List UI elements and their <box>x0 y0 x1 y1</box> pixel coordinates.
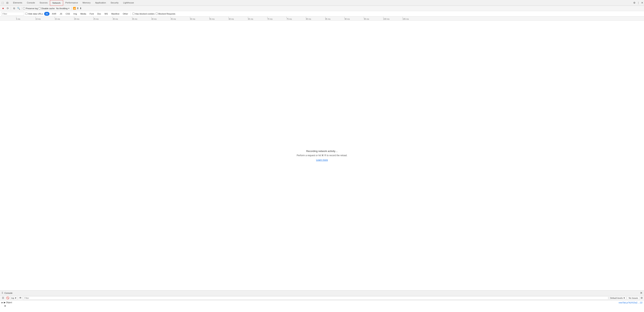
timeline-tick: 75 ms <box>286 17 292 20</box>
timeline-tick: 40 ms <box>152 17 156 20</box>
tab-right-icons: ⚙ ⋮ ✕ <box>633 1 643 4</box>
filter-other-button[interactable]: Other <box>122 12 129 16</box>
console-title: Console <box>4 292 12 294</box>
console-content: ▶ ▶ Object newTab.js?b2415a2…:22 ▶ <box>0 301 644 312</box>
console-settings-icon[interactable]: ⚙ <box>640 297 643 299</box>
timeline-tick: 20 ms <box>74 17 79 20</box>
network-toolbar: ⏺ ⟳ ⧉ 🔍 Preserve log Disable cache No th… <box>0 6 644 11</box>
timeline-tick: 60 ms <box>228 17 234 20</box>
timeline-tick: 80 ms <box>306 17 311 20</box>
tab-performance[interactable]: Performance <box>63 0 80 6</box>
upload-icon[interactable]: ⬆ <box>77 7 79 10</box>
tab-console[interactable]: Console <box>24 0 37 6</box>
hide-data-urls-checkbox[interactable] <box>25 13 28 15</box>
timeline-header: 5 ms10 ms15 ms20 ms25 ms30 ms35 ms40 ms4… <box>0 16 644 21</box>
device-toolbar-icon[interactable]: ⊟ <box>5 1 9 4</box>
wifi-icon[interactable]: 📶 <box>73 7 76 10</box>
devtools-left-icons: ⬚ ⊟ <box>1 1 9 4</box>
no-issues-button[interactable]: No Issues <box>627 296 640 300</box>
throttle-arrow-icon: ▼ <box>68 7 70 9</box>
tab-lighthouse[interactable]: Lighthouse <box>121 0 136 6</box>
close-devtools-icon[interactable]: ✕ <box>641 1 643 4</box>
record-button[interactable]: ⏺ <box>1 6 5 10</box>
timeline-tick: 105 ms <box>402 17 409 20</box>
toolbar-separator-1 <box>11 7 11 10</box>
timeline-tick: 95 ms <box>364 17 369 20</box>
download-icon[interactable]: ⬇ <box>80 7 82 10</box>
timeline-tick: 5 ms <box>16 17 20 20</box>
has-blocked-cookies-checkbox[interactable] <box>132 13 134 15</box>
console-close-button[interactable]: ✕ <box>640 292 642 295</box>
learn-more-link[interactable]: Learn more <box>316 159 328 161</box>
top-context-select[interactable]: top ▼ <box>10 296 18 300</box>
tab-security[interactable]: Security <box>108 0 121 6</box>
filter-all-button[interactable]: All <box>44 12 50 16</box>
more-icon[interactable]: ⋮ <box>637 1 640 4</box>
empty-state: Recording network activity… Perform a re… <box>297 150 347 161</box>
console-expand-row[interactable]: ▶ <box>2 304 642 307</box>
network-main-content: Recording network activity… Perform a re… <box>0 21 644 290</box>
console-filter-input[interactable] <box>23 296 608 300</box>
filter-css-button[interactable]: CSS <box>64 12 71 16</box>
timeline-tick: 70 ms <box>267 17 272 20</box>
filter-doc-button[interactable]: Doc <box>96 12 102 16</box>
timeline-tick: 65 ms <box>248 17 253 20</box>
settings-icon[interactable]: ⚙ <box>633 1 636 4</box>
blocked-requests-checkbox[interactable] <box>156 13 158 15</box>
filter-font-button[interactable]: Font <box>88 12 95 16</box>
object-label: ▶ Object <box>4 301 12 304</box>
timeline-tick: 25 ms <box>94 17 99 20</box>
default-levels-button[interactable]: Default levels ▼ <box>609 296 626 300</box>
console-sidebar-button[interactable]: ☰ <box>1 296 5 300</box>
file-reference[interactable]: newTab.js?b2415a2…:22 <box>619 302 642 304</box>
filter-manifest-button[interactable]: Manifest <box>110 12 120 16</box>
filter-media-button[interactable]: Media <box>79 12 87 16</box>
filter-icon-button[interactable]: ⧉ <box>12 6 16 10</box>
timeline-tick: 90 ms <box>344 17 350 20</box>
blocked-requests-label[interactable]: Blocked Requests <box>156 13 176 15</box>
object-arrow-icon: ▶ <box>2 302 3 304</box>
filter-img-button[interactable]: Img <box>72 12 78 16</box>
tab-network[interactable]: Network <box>50 0 63 6</box>
toolbar-separator-2 <box>22 7 22 10</box>
filter-bar: Hide data URLs All XHR JS CSS Img Media … <box>0 11 644 16</box>
disable-cache-checkbox[interactable] <box>38 7 41 9</box>
inspect-icon[interactable]: ⬚ <box>1 1 4 4</box>
tab-memory[interactable]: Memory <box>80 0 93 6</box>
timeline-tick: 35 ms <box>132 17 137 20</box>
empty-state-subtitle: Perform a request or hit ⌘ R to record t… <box>297 154 347 157</box>
disable-cache-label[interactable]: Disable cache <box>38 7 55 9</box>
preserve-log-label[interactable]: Preserve log <box>23 7 38 9</box>
devtools-tab-bar: ⬚ ⊟ Elements Console Sources Network Per… <box>0 0 644 6</box>
filter-xhr-button[interactable]: XHR <box>51 12 58 16</box>
console-drag-icon[interactable]: ⠿ <box>2 292 3 294</box>
timeline-tick: 30 ms <box>113 17 118 20</box>
throttle-select[interactable]: No throttling ▼ <box>56 7 70 9</box>
console-panel: ⠿ Console ✕ ☰ 🚫 top ▼ 👁 Default levels ▼… <box>0 290 644 312</box>
timeline-tick: 45 ms <box>170 17 176 20</box>
top-context-arrow-icon: ▼ <box>14 297 17 299</box>
timeline-tick: 15 ms <box>55 17 60 20</box>
tab-application[interactable]: Application <box>93 0 108 6</box>
preserve-log-checkbox[interactable] <box>23 7 25 9</box>
empty-state-title: Recording network activity… <box>297 150 347 153</box>
timeline-tick: 55 ms <box>209 17 214 20</box>
timeline-tick: 10 ms <box>36 17 41 20</box>
tab-elements[interactable]: Elements <box>11 0 24 6</box>
console-header: ⠿ Console ✕ <box>0 291 644 296</box>
console-toolbar: ☰ 🚫 top ▼ 👁 Default levels ▼ No Issues ⚙ <box>0 296 644 301</box>
filter-input[interactable] <box>1 12 24 16</box>
filter-ws-button[interactable]: WS <box>103 12 109 16</box>
filter-js-button[interactable]: JS <box>58 12 63 16</box>
clear-button[interactable]: ⟳ <box>6 6 10 10</box>
search-button[interactable]: 🔍 <box>17 6 20 10</box>
console-clear-button[interactable]: 🚫 <box>6 296 10 300</box>
expand-arrow-icon: ▶ <box>4 305 6 307</box>
console-eye-icon[interactable]: 👁 <box>18 296 22 300</box>
default-levels-arrow-icon: ▼ <box>623 297 625 299</box>
tab-sources[interactable]: Sources <box>37 0 50 6</box>
toolbar-separator-3 <box>72 7 72 10</box>
has-blocked-cookies-label[interactable]: Has blocked cookies <box>132 13 154 15</box>
hide-data-urls-label[interactable]: Hide data URLs <box>25 13 43 15</box>
console-object-row[interactable]: ▶ ▶ Object newTab.js?b2415a2…:22 <box>2 301 642 304</box>
